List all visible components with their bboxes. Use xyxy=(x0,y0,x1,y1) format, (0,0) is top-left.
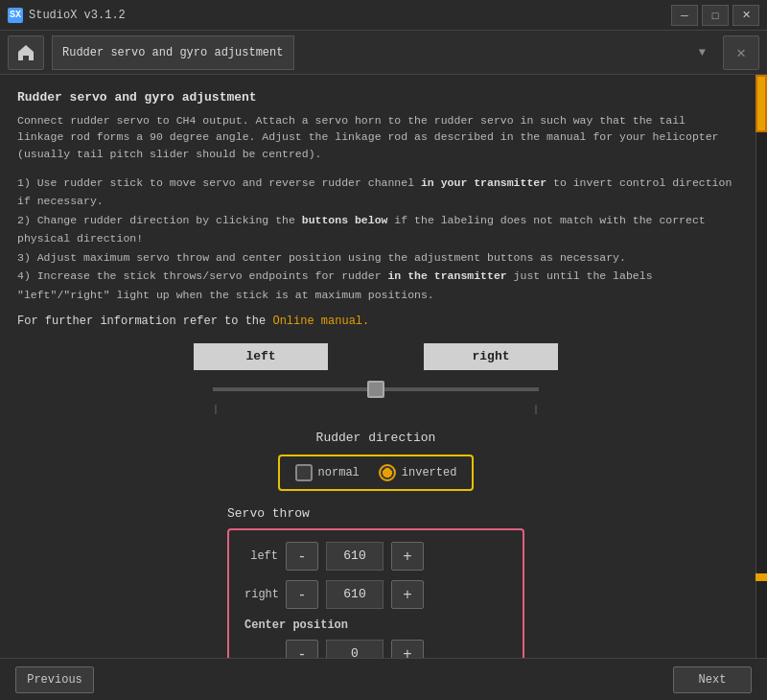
servo-left-minus-button[interactable]: - xyxy=(286,542,318,571)
app-title: StudioX v3.1.2 xyxy=(29,9,126,22)
rudder-direction-title: Rudder direction xyxy=(316,431,436,445)
servo-left-label: left xyxy=(244,549,278,563)
servo-right-label: right xyxy=(244,588,278,601)
page-description: Connect rudder servo to CH4 output. Atta… xyxy=(17,112,734,162)
instruction-3: 3) Adjust maximum servo throw and center… xyxy=(17,248,734,268)
right-label: right xyxy=(424,343,558,370)
slider-tick-right: | xyxy=(533,405,539,415)
scroll-bottom-marker xyxy=(755,573,767,581)
instruction-4: 4) Increase the stick throws/servo endpo… xyxy=(17,267,734,304)
scrollbar[interactable] xyxy=(755,75,767,658)
slider-labels: left right xyxy=(194,343,558,370)
page-title: Rudder servo and gyro adjustment xyxy=(17,90,734,105)
rudder-inverted-radio[interactable] xyxy=(379,464,396,481)
app-icon: SX xyxy=(8,8,23,23)
center-value: 0 xyxy=(326,640,384,658)
previous-button[interactable]: Previous xyxy=(15,666,94,693)
rudder-options-box: normal inverted xyxy=(278,455,475,491)
rudder-direction-section: Rudder direction normal inverted xyxy=(242,431,510,491)
rudder-slider-section: left right | | xyxy=(194,343,558,415)
rudder-normal-radio[interactable] xyxy=(295,464,313,481)
bottom-bar: Previous Next xyxy=(0,658,767,700)
center-position-row: - 0 + xyxy=(244,640,507,658)
servo-right-plus-button[interactable]: + xyxy=(391,580,424,609)
instructions: 1) Use rudder stick to move servo and re… xyxy=(17,174,734,305)
toolbar-close-button[interactable]: ✕ xyxy=(723,35,759,70)
slider-tick-left: | xyxy=(213,405,219,415)
rudder-normal-label: normal xyxy=(318,466,360,479)
page-dropdown[interactable]: Rudder servo and gyro adjustment xyxy=(52,35,294,70)
servo-left-row: left - 610 + xyxy=(244,542,507,571)
servo-throw-section: Servo throw left - 610 + right - 610 + xyxy=(227,506,524,658)
rudder-normal-option[interactable]: normal xyxy=(295,464,360,481)
center-position-label: Center position xyxy=(244,618,507,632)
center-minus-button[interactable]: - xyxy=(286,640,318,658)
home-icon xyxy=(16,43,35,62)
window-controls: ─ □ ✕ xyxy=(671,5,759,26)
title-bar: SX StudioX v3.1.2 ─ □ ✕ xyxy=(0,0,767,31)
left-label: left xyxy=(194,343,328,370)
manual-link-row: For further information refer to the Onl… xyxy=(17,315,734,328)
page-dropdown-wrapper: Rudder servo and gyro adjustment ▼ xyxy=(52,35,715,70)
next-button[interactable]: Next xyxy=(673,666,752,693)
slider-track-container xyxy=(213,376,539,403)
manual-link[interactable]: Online manual. xyxy=(272,315,369,328)
rudder-slider[interactable] xyxy=(213,387,539,391)
toolbar: Rudder servo and gyro adjustment ▼ ✕ xyxy=(0,31,767,75)
center-position-section: Center position - 0 + xyxy=(244,618,507,658)
dropdown-arrow-icon: ▼ xyxy=(699,46,706,59)
instruction-2: 2) Change rudder direction by clicking t… xyxy=(17,211,734,248)
manual-prefix-text: For further information refer to the xyxy=(17,315,272,328)
servo-right-row: right - 610 + xyxy=(244,580,507,609)
instruction-1: 1) Use rudder stick to move servo and re… xyxy=(17,174,734,211)
servo-right-value: 610 xyxy=(326,580,384,609)
main-content: Rudder servo and gyro adjustment Connect… xyxy=(0,75,767,658)
servo-right-minus-button[interactable]: - xyxy=(286,580,318,609)
minimize-button[interactable]: ─ xyxy=(671,5,698,26)
rudder-inverted-label: inverted xyxy=(402,466,457,479)
rudder-inverted-option[interactable]: inverted xyxy=(379,464,457,481)
servo-left-plus-button[interactable]: + xyxy=(391,542,424,571)
home-button[interactable] xyxy=(8,35,44,70)
close-button[interactable]: ✕ xyxy=(732,5,759,26)
servo-throw-title: Servo throw xyxy=(227,506,310,521)
servo-throw-box: left - 610 + right - 610 + Center positi… xyxy=(227,528,524,658)
scroll-thumb[interactable] xyxy=(755,75,767,132)
servo-left-value: 610 xyxy=(326,542,384,571)
maximize-button[interactable]: □ xyxy=(702,5,729,26)
center-plus-button[interactable]: + xyxy=(391,640,424,658)
